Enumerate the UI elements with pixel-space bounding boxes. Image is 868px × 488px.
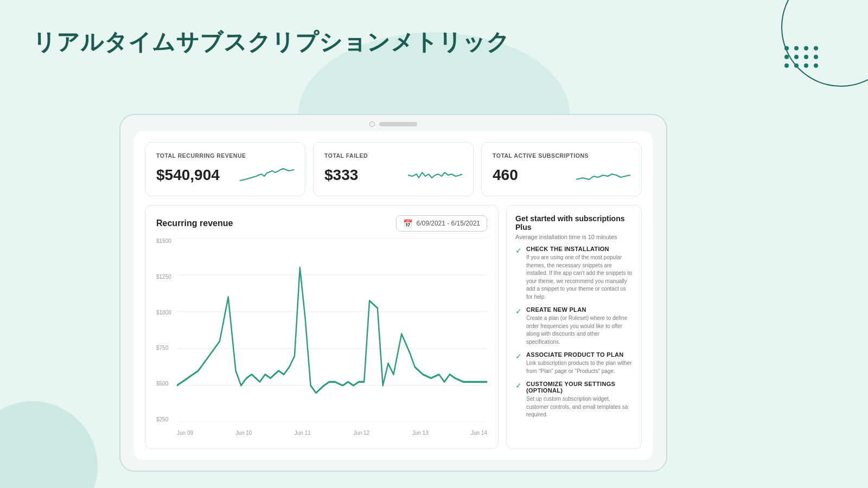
- step-content-4: CUSTOMIZE YOUR SETTINGS (OPTIONAL) Set u…: [526, 381, 633, 419]
- chart-panel: Recurring revenue 📅 6/09/2021 - 6/15/202…: [145, 205, 499, 449]
- y-label-1500: $1500: [156, 238, 171, 244]
- y-label-500: $500: [156, 381, 168, 387]
- x-label-jun09: Jun 09: [177, 430, 193, 436]
- metrics-row: TOTAL RECURRING REVENUE $540,904 TOTAL F…: [145, 142, 642, 196]
- notch-circle: [369, 121, 375, 127]
- date-range-button[interactable]: 📅 6/09/2021 - 6/15/2021: [396, 215, 487, 232]
- y-label-750: $750: [156, 345, 168, 351]
- step-title-2: CREATE NEW PLAN: [526, 306, 633, 313]
- x-label-jun10: Jun 10: [235, 430, 252, 436]
- x-label-jun11: Jun 11: [295, 430, 311, 436]
- x-axis: Jun 09 Jun 10 Jun 11 Jun 12 Jun 13 Jun 1…: [177, 427, 487, 439]
- step-title-3: ASSOCIATE PRODUCT TO PLAN: [526, 351, 633, 358]
- chart-header: Recurring revenue 📅 6/09/2021 - 6/15/202…: [156, 215, 487, 232]
- step-desc-1: If you are using one of the most popular…: [526, 254, 633, 301]
- date-range-label: 6/09/2021 - 6/15/2021: [417, 220, 480, 227]
- chart-area: $1500 $1250 $1000 $750 $500 $250: [156, 238, 487, 439]
- sparkline-active-subscriptions: [576, 164, 630, 186]
- x-label-jun14: Jun 14: [471, 430, 487, 436]
- step-check-3: ✓: [515, 352, 522, 361]
- metric-label-recurring-revenue: TOTAL RECURRING REVENUE: [156, 152, 294, 159]
- metric-value-total-failed: $333: [324, 166, 358, 184]
- y-label-1000: $1000: [156, 310, 171, 316]
- panel-title: Get started with subscriptions Plus: [515, 214, 633, 232]
- chart-svg: [177, 238, 487, 422]
- chart-title: Recurring revenue: [156, 219, 233, 228]
- step-check-1: ✓: [515, 246, 522, 255]
- tablet-frame: TOTAL RECURRING REVENUE $540,904 TOTAL F…: [119, 114, 667, 472]
- x-label-jun13: Jun 13: [412, 430, 429, 436]
- chart-svg-wrapper: [177, 238, 487, 422]
- step-desc-4: Set up custom subscription widget, custo…: [526, 395, 633, 419]
- sparkline-recurring-revenue: [240, 164, 294, 186]
- panel-subtitle: Average installation time is 10 minutes: [515, 234, 633, 240]
- step-title-1: CHECK THE INSTALLATION: [526, 246, 633, 252]
- sparkline-total-failed: [408, 164, 462, 186]
- page-title: リアルタイムサブスクリプションメトリック: [33, 27, 510, 57]
- step-content-3: ASSOCIATE PRODUCT TO PLAN Link subscript…: [526, 351, 633, 375]
- bg-circle-bottom-left: [0, 401, 98, 488]
- metric-value-recurring-revenue: $540,904: [156, 166, 220, 184]
- y-axis: $1500 $1250 $1000 $750 $500 $250: [156, 238, 177, 422]
- step-title-4: CUSTOMIZE YOUR SETTINGS (OPTIONAL): [526, 381, 633, 394]
- step-check-2: ✓: [515, 307, 522, 316]
- bottom-row: Recurring revenue 📅 6/09/2021 - 6/15/202…: [145, 205, 642, 449]
- dots-grid: [784, 46, 819, 68]
- metric-label-total-failed: TOTAL FAILED: [324, 152, 462, 159]
- step-item-2: ✓ CREATE NEW PLAN Create a plan (or Rule…: [515, 306, 633, 346]
- step-item-4: ✓ CUSTOMIZE YOUR SETTINGS (OPTIONAL) Set…: [515, 381, 633, 419]
- right-panel: Get started with subscriptions Plus Aver…: [506, 205, 642, 449]
- metric-card-recurring-revenue: TOTAL RECURRING REVENUE $540,904: [145, 142, 305, 196]
- step-desc-3: Link subscription products to the plan w…: [526, 359, 633, 375]
- step-content-1: CHECK THE INSTALLATION If you are using …: [526, 246, 633, 301]
- step-item-1: ✓ CHECK THE INSTALLATION If you are usin…: [515, 246, 633, 301]
- calendar-icon: 📅: [403, 219, 412, 228]
- metric-label-active-subscriptions: TOTAL ACTIVE SUBSCRIPTIONS: [493, 152, 630, 159]
- metric-card-active-subscriptions: TOTAL ACTIVE SUBSCRIPTIONS 460: [481, 142, 642, 196]
- notch-pill: [379, 122, 417, 126]
- x-label-jun12: Jun 12: [353, 430, 369, 436]
- bg-circle-top-right: [781, 0, 868, 87]
- y-label-250: $250: [156, 416, 168, 422]
- y-label-1250: $1250: [156, 274, 171, 280]
- step-content-2: CREATE NEW PLAN Create a plan (or Rulese…: [526, 306, 633, 346]
- tablet-notch: [369, 121, 417, 127]
- step-desc-2: Create a plan (or Ruleset) where to defi…: [526, 314, 633, 346]
- dashboard: TOTAL RECURRING REVENUE $540,904 TOTAL F…: [134, 131, 653, 460]
- metric-card-total-failed: TOTAL FAILED $333: [313, 142, 474, 196]
- metric-value-active-subscriptions: 460: [493, 166, 518, 184]
- step-check-4: ✓: [515, 381, 522, 390]
- step-item-3: ✓ ASSOCIATE PRODUCT TO PLAN Link subscri…: [515, 351, 633, 375]
